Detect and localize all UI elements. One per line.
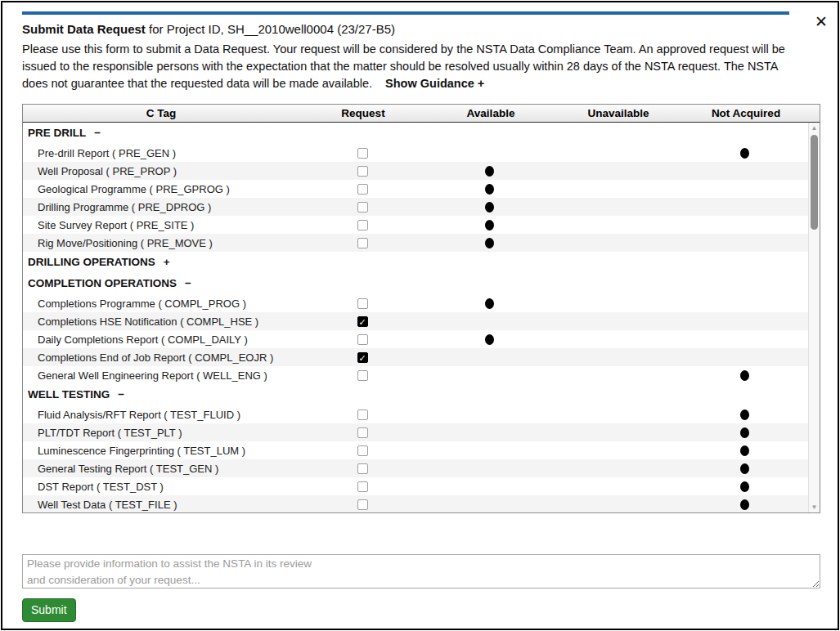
status-dot-not-acquired — [740, 370, 749, 381]
request-checkbox[interactable] — [357, 463, 368, 474]
not-acquired-cell — [681, 481, 808, 492]
request-cell — [299, 427, 426, 438]
section-toggle-icon[interactable]: + — [164, 256, 170, 268]
request-checkbox[interactable] — [357, 370, 368, 381]
table-header: C Tag Request Available Unavailable Not … — [23, 105, 820, 123]
scrollbar-thumb[interactable] — [811, 135, 818, 230]
request-checkbox[interactable] — [357, 481, 368, 492]
request-checkbox[interactable] — [357, 445, 368, 456]
ctag-label: Well Test Data ( TEST_FILE ) — [23, 499, 299, 511]
section-toggle-icon[interactable]: − — [94, 127, 101, 139]
table-row: Well Proposal ( PRE_PROP ) — [23, 162, 808, 180]
ctag-label: Completions Programme ( COMPL_PROG ) — [23, 298, 299, 310]
status-dot-available — [485, 238, 494, 248]
request-cell — [299, 445, 426, 456]
request-checkbox[interactable] — [357, 499, 368, 510]
table-row: General Testing Report ( TEST_GEN ) — [23, 459, 808, 477]
not-acquired-cell — [681, 499, 808, 510]
ctag-label: Daily Completions Report ( COMPL_DAILY ) — [23, 333, 299, 346]
request-checkbox[interactable] — [357, 184, 368, 195]
ctag-label: General Testing Report ( TEST_GEN ) — [23, 463, 299, 475]
table-row: Rig Move/Positioning ( PRE_MOVE ) — [23, 234, 808, 252]
submit-data-request-modal: ✕ Submit Data Request for Project ID, SH… — [1, 1, 839, 630]
ctag-label: Well Proposal ( PRE_PROP ) — [23, 165, 299, 177]
request-checkbox[interactable] — [357, 409, 368, 420]
request-cell — [299, 499, 426, 510]
table-row: Pre-drill Report ( PRE_GEN ) — [23, 144, 808, 162]
column-header-request: Request — [299, 107, 427, 119]
request-checkbox[interactable] — [357, 202, 368, 213]
status-dot-available — [485, 202, 494, 213]
table-row: Completions HSE Notification ( COMPL_HSE… — [23, 312, 808, 330]
available-cell — [426, 238, 554, 248]
request-cell — [299, 202, 426, 213]
request-checkbox[interactable] — [357, 220, 368, 230]
not-acquired-cell — [681, 427, 808, 438]
section-header-completion-operations[interactable]: COMPLETION OPERATIONS− — [23, 273, 808, 294]
request-checkbox[interactable] — [357, 427, 368, 438]
scrollbar-down-icon[interactable]: ▼ — [809, 503, 820, 511]
available-cell — [426, 166, 554, 177]
submit-button[interactable]: Submit — [22, 598, 76, 622]
ctag-label: Drilling Programme ( PRE_DPROG ) — [23, 201, 299, 213]
column-header-available: Available — [427, 107, 555, 119]
table-row: Luminescence Fingerprinting ( TEST_LUM ) — [23, 441, 808, 459]
accent-bar — [22, 11, 789, 15]
ctag-table: C Tag Request Available Unavailable Not … — [22, 104, 820, 513]
table-row: Geological Programme ( PRE_GPROG ) — [23, 180, 808, 198]
close-icon[interactable]: ✕ — [815, 14, 828, 29]
table-scrollbar[interactable]: ▲ ▼ — [808, 123, 820, 512]
not-acquired-cell — [681, 463, 808, 474]
request-cell — [299, 481, 426, 492]
scrollbar-up-icon[interactable]: ▲ — [809, 124, 820, 132]
column-header-not-acquired: Not Acquired — [682, 107, 810, 119]
title-rest: for Project ID, SH__2010well0004 (23/27-… — [146, 22, 395, 36]
section-header-drilling-operations[interactable]: DRILLING OPERATIONS+ — [23, 252, 808, 273]
table-row: PLT/TDT Report ( TEST_PLT ) — [23, 423, 808, 441]
request-checkbox[interactable] — [357, 238, 368, 248]
request-cell — [299, 334, 426, 345]
not-acquired-cell — [681, 148, 808, 159]
table-row: Site Survey Report ( PRE_SITE ) — [23, 216, 808, 234]
ctag-label: Pre-drill Report ( PRE_GEN ) — [23, 147, 299, 159]
available-cell — [426, 202, 554, 213]
section-header-well-testing[interactable]: WELL TESTING− — [23, 384, 808, 405]
request-checkbox[interactable] — [357, 148, 368, 159]
request-cell — [299, 298, 426, 309]
ctag-label: Site Survey Report ( PRE_SITE ) — [23, 219, 299, 231]
request-checkbox-checked[interactable]: ✓ — [357, 352, 368, 363]
request-cell — [299, 238, 426, 248]
review-comments-input[interactable] — [22, 554, 820, 588]
available-cell — [426, 298, 554, 309]
available-cell — [426, 184, 554, 195]
request-cell — [299, 463, 426, 474]
request-cell — [299, 370, 426, 381]
table-row: Completions Programme ( COMPL_PROG ) — [23, 294, 808, 312]
status-dot-not-acquired — [740, 427, 749, 438]
status-dot-not-acquired — [740, 148, 749, 159]
available-cell — [426, 220, 554, 230]
request-checkbox[interactable] — [357, 334, 368, 345]
column-header-unavailable: Unavailable — [555, 107, 682, 119]
request-cell — [299, 148, 426, 159]
request-cell — [299, 220, 426, 230]
status-dot-not-acquired — [740, 445, 749, 456]
not-acquired-cell — [681, 445, 808, 456]
request-checkbox[interactable] — [357, 298, 368, 309]
table-row: General Well Engineering Report ( WELL_E… — [23, 366, 808, 384]
title-bold: Submit Data Request — [22, 22, 146, 36]
section-toggle-icon[interactable]: − — [185, 277, 191, 289]
table-body: PRE DRILL−Pre-drill Report ( PRE_GEN )We… — [23, 123, 820, 512]
column-header-ctag: C Tag — [23, 107, 299, 119]
page-title: Submit Data Request for Project ID, SH__… — [22, 22, 395, 36]
description-text: Please use this form to submit a Data Re… — [22, 41, 801, 92]
table-row: Drilling Programme ( PRE_DPROG ) — [23, 198, 808, 216]
request-checkbox-checked[interactable]: ✓ — [357, 316, 368, 327]
request-checkbox[interactable] — [357, 166, 368, 177]
show-guidance-link[interactable]: Show Guidance + — [385, 77, 484, 90]
not-acquired-cell — [681, 370, 808, 381]
section-toggle-icon[interactable]: − — [118, 388, 124, 401]
request-cell: ✓ — [299, 316, 426, 327]
section-header-pre-drill[interactable]: PRE DRILL− — [23, 123, 808, 144]
ctag-label: Geological Programme ( PRE_GPROG ) — [23, 183, 299, 195]
